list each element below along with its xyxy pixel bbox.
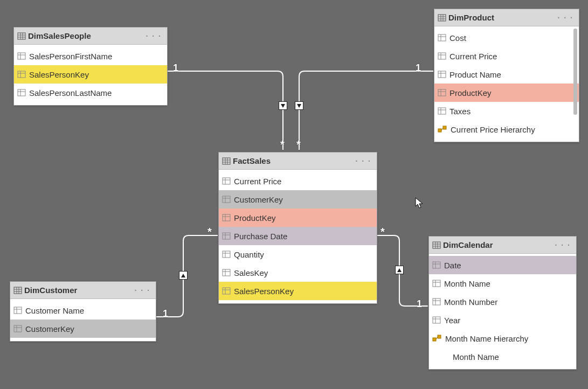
scrollbar[interactable] [573, 29, 577, 115]
svg-rect-44 [223, 196, 230, 203]
column-icon [222, 177, 231, 185]
column-icon [432, 261, 441, 269]
table-factsales[interactable]: FactSales · · · Current Price CustomerKe… [218, 152, 377, 304]
field-productkey[interactable]: ProductKey [434, 84, 579, 102]
field-label: Cost [446, 33, 466, 43]
field-customerkey[interactable]: CustomerKey [219, 190, 377, 209]
more-button[interactable]: · · · [557, 13, 575, 22]
svg-rect-34 [438, 129, 441, 132]
field-quantity[interactable]: Quantity [219, 245, 377, 263]
more-button[interactable]: · · · [355, 157, 372, 165]
table-dimcustomer[interactable]: DimCustomer · · · Customer Name Customer… [10, 281, 156, 342]
field-salespersonkey[interactable]: SalesPersonKey [219, 282, 377, 300]
svg-rect-87 [433, 317, 440, 323]
table-icon [432, 241, 441, 249]
svg-rect-91 [438, 335, 441, 338]
svg-rect-31 [438, 108, 446, 114]
table-dimsalespeople[interactable]: DimSalesPeople · · · SalesPersonFirstNam… [13, 27, 168, 106]
cardinality-one: 1 [163, 308, 168, 319]
more-button[interactable]: · · · [145, 32, 163, 40]
field-taxes[interactable]: Taxes [434, 102, 579, 120]
table-dimcalendar[interactable]: DimCalendar · · · Date Month Name Month … [428, 236, 577, 370]
more-button[interactable]: · · · [554, 241, 572, 249]
svg-rect-22 [438, 53, 446, 59]
table-title: DimProduct [446, 13, 557, 22]
field-salespersonlastname[interactable]: SalesPersonLastName [14, 84, 167, 102]
svg-rect-0 [18, 33, 25, 39]
svg-rect-25 [438, 71, 446, 78]
field-label: Year [441, 316, 460, 325]
field-saleskey[interactable]: SalesKey [219, 263, 377, 282]
svg-rect-35 [443, 126, 446, 129]
svg-rect-50 [223, 233, 230, 239]
field-monthname-hierarchy[interactable]: Month Name Hierarchy [429, 329, 576, 348]
column-icon [17, 70, 26, 79]
field-year[interactable]: Year [429, 311, 576, 329]
field-list: Current Price CustomerKey ProductKey Pur… [219, 170, 377, 303]
field-currentprice-hierarchy[interactable]: Current Price Hierarchy [434, 120, 579, 138]
field-label: SalesPersonKey [231, 287, 294, 296]
cardinality-many: * [207, 226, 212, 238]
field-label: SalesPersonLastName [26, 88, 112, 98]
svg-rect-84 [433, 298, 440, 305]
field-cost[interactable]: Cost [434, 29, 579, 47]
field-label: ProductKey [231, 213, 276, 223]
field-label: Product Name [446, 70, 501, 79]
table-header[interactable]: DimCalendar · · · [429, 237, 576, 254]
field-currentprice[interactable]: Current Price [434, 47, 579, 65]
cardinality-one: 1 [417, 298, 422, 310]
field-label: ProductKey [446, 88, 492, 98]
svg-rect-90 [433, 338, 436, 341]
field-productkey[interactable]: ProductKey [219, 209, 377, 227]
table-header[interactable]: FactSales · · · [219, 152, 377, 170]
svg-rect-8 [18, 71, 25, 78]
column-icon [438, 70, 446, 79]
field-label: Purchase Date [231, 232, 287, 241]
table-icon [438, 13, 446, 22]
field-purchasedate[interactable]: Purchase Date [219, 227, 377, 245]
column-icon [222, 232, 231, 240]
field-label: Month Name [441, 279, 490, 288]
column-icon [17, 52, 26, 60]
column-icon [222, 268, 231, 277]
table-icon [13, 286, 22, 295]
svg-rect-41 [223, 178, 230, 184]
field-date[interactable]: Date [429, 256, 576, 274]
field-customername[interactable]: Customer Name [10, 301, 156, 319]
field-customerkey[interactable]: CustomerKey [10, 319, 156, 338]
field-label: Month Name [449, 352, 499, 362]
field-monthnumber[interactable]: Month Number [429, 293, 576, 311]
cardinality-many: * [296, 138, 301, 151]
table-icon [17, 32, 26, 40]
table-header[interactable]: DimProduct · · · [434, 9, 579, 26]
field-currentprice[interactable]: Current Price [219, 172, 377, 190]
hierarchy-icon [432, 334, 442, 343]
column-icon [438, 52, 446, 60]
table-header[interactable]: DimCustomer · · · [10, 282, 156, 299]
field-monthname[interactable]: Month Name [429, 274, 576, 293]
svg-rect-59 [223, 288, 230, 294]
field-productname[interactable]: Product Name [434, 65, 579, 84]
column-icon [432, 279, 441, 288]
field-hierarchy-child-monthname[interactable]: Month Name [429, 348, 576, 366]
column-icon [438, 88, 446, 97]
filter-direction-icon [179, 271, 188, 280]
table-dimproduct[interactable]: DimProduct · · · Cost Current Price Prod… [434, 9, 579, 142]
field-label: Date [441, 261, 461, 270]
table-title: DimCustomer [22, 286, 134, 295]
field-label: SalesPersonFirstName [26, 52, 112, 61]
model-canvas[interactable]: 1 1 * * 1 * * 1 DimSalesPeople · · · Sal… [0, 0, 588, 389]
column-icon [222, 213, 231, 222]
field-salespersonkey[interactable]: SalesPersonKey [14, 65, 167, 84]
field-list: Cost Current Price Product Name ProductK… [434, 26, 579, 142]
more-button[interactable]: · · · [134, 286, 151, 295]
field-salespersonfirstname[interactable]: SalesPersonFirstName [14, 47, 167, 65]
table-header[interactable]: DimSalesPeople · · · [14, 27, 167, 45]
cursor-icon [415, 197, 424, 209]
field-label: Quantity [231, 250, 264, 259]
cardinality-one: 1 [416, 62, 421, 74]
field-label: SalesPersonKey [26, 70, 89, 79]
svg-rect-47 [223, 214, 230, 221]
field-label: Month Number [441, 297, 497, 307]
filter-direction-icon [279, 101, 287, 110]
